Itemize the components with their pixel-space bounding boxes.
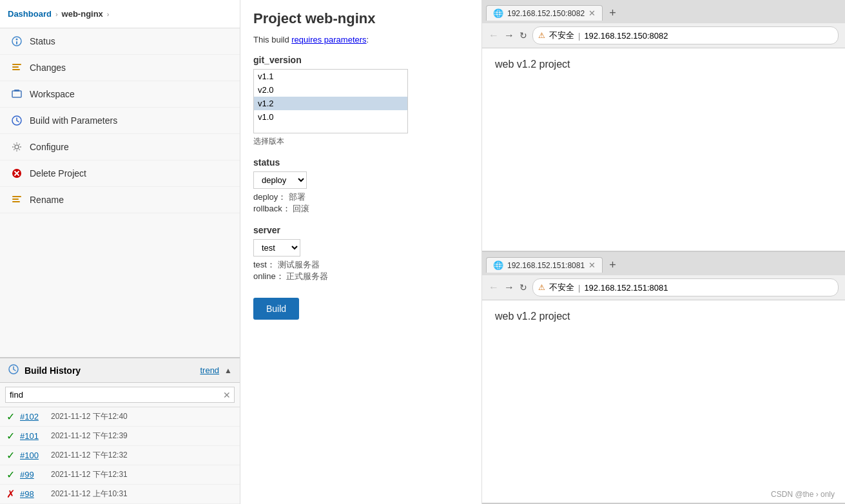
- build-requires-link[interactable]: requires parameters: [291, 35, 366, 44]
- build-item-98[interactable]: ✗ #98 2021-11-12 上午10:31: [0, 485, 240, 504]
- version-item-v1-2[interactable]: v1.2: [254, 97, 407, 110]
- test-hint-value: 测试服务器: [278, 260, 320, 269]
- build-item-99[interactable]: ✓ #99 2021-11-12 下午12:31: [0, 465, 240, 485]
- build-search-input[interactable]: [5, 387, 235, 403]
- build-history-icon: [8, 363, 19, 377]
- breadcrumb: Dashboard › web-nginx ›: [0, 0, 240, 28]
- deploy-hint-label: deploy：: [253, 192, 286, 202]
- version-item-v1-1[interactable]: v1.1: [254, 70, 407, 83]
- browser-window-2: 🌐 192.168.152.151:8081 ✕ + ← → ↻ ⚠ 不安全 |…: [482, 252, 845, 504]
- sidebar-item-build-with-parameters[interactable]: Build with Parameters: [0, 108, 240, 134]
- svg-point-1: [16, 39, 18, 41]
- browser-tab-bar-1: 🌐 192.168.152.150:8082 ✕ +: [482, 0, 845, 23]
- browser-tab-1[interactable]: 🌐 192.168.152.150:8082 ✕: [486, 5, 603, 21]
- version-item-v1-0[interactable]: v1.0: [254, 110, 407, 124]
- sidebar-item-configure[interactable]: Configure: [0, 134, 240, 160]
- forward-button-2[interactable]: →: [504, 282, 514, 293]
- refresh-button-2[interactable]: ↻: [520, 282, 527, 293]
- security-warning-text-2: 不安全: [549, 282, 574, 293]
- server-select-container: test online: [253, 239, 469, 257]
- browser-page-text-1: web v1.2 project: [495, 59, 570, 70]
- search-clear-button[interactable]: ✕: [223, 390, 231, 400]
- back-button-1[interactable]: ←: [489, 30, 499, 41]
- sidebar-item-build-label: Build with Parameters: [30, 115, 117, 126]
- new-tab-button-1[interactable]: +: [605, 6, 620, 20]
- git-version-label: git_version: [253, 55, 469, 65]
- close-tab-2[interactable]: ✕: [588, 260, 596, 270]
- sidebar-item-delete-project[interactable]: Delete Project: [0, 160, 240, 187]
- address-text-2: 192.168.152.151:8081: [584, 283, 668, 293]
- globe-icon-1: 🌐: [493, 8, 503, 18]
- breadcrumb-project: web-nginx: [62, 9, 103, 19]
- browser-page-text-2: web v1.2 project: [495, 311, 570, 322]
- build-time: 2021-11-12 下午12:32: [51, 450, 128, 461]
- build-requires-text-part1: This build: [253, 35, 291, 44]
- build-number[interactable]: #102: [20, 412, 46, 422]
- build-number[interactable]: #98: [20, 489, 46, 499]
- build-time: 2021-11-12 下午12:31: [51, 469, 128, 480]
- sidebar-item-workspace[interactable]: Workspace: [0, 81, 240, 108]
- sidebar-item-configure-label: Configure: [30, 142, 69, 152]
- build-time: 2021-11-12 下午12:39: [51, 431, 128, 441]
- git-version-section: git_version v1.1 v2.0 v1.2 v1.0 选择版本: [253, 55, 469, 147]
- browser-content-2: web v1.2 project: [482, 300, 845, 503]
- sidebar-item-status[interactable]: Status: [0, 28, 240, 55]
- breadcrumb-separator2: ›: [107, 10, 110, 18]
- watermark: CSDN @the › only: [771, 490, 835, 499]
- sidebar-nav: Status Changes Workspace Build with Para…: [0, 28, 240, 357]
- globe-icon-2: 🌐: [493, 260, 503, 270]
- close-tab-1[interactable]: ✕: [588, 8, 596, 18]
- server-select[interactable]: test online: [253, 239, 300, 257]
- forward-button-1[interactable]: →: [504, 30, 514, 41]
- collapse-button[interactable]: ▲: [224, 366, 232, 375]
- sidebar-item-workspace-label: Workspace: [30, 89, 75, 99]
- build-item-100[interactable]: ✓ #100 2021-11-12 下午12:32: [0, 446, 240, 465]
- status-select[interactable]: deploy rollback: [253, 171, 307, 189]
- delete-icon: [10, 167, 23, 180]
- rollback-hint-value: 回滚: [293, 204, 309, 213]
- build-number[interactable]: #100: [20, 451, 46, 460]
- back-button-2[interactable]: ←: [489, 282, 499, 293]
- build-status-success-icon: ✓: [6, 430, 15, 442]
- build-requires-params: This build requires parameters:: [253, 35, 469, 44]
- svg-rect-5: [12, 69, 20, 70]
- trend-link[interactable]: trend: [200, 365, 219, 375]
- project-title: Project web-nginx: [253, 10, 469, 27]
- browser-tab-2[interactable]: 🌐 192.168.152.151:8081 ✕: [486, 257, 603, 273]
- build-search-container: ✕: [0, 383, 240, 407]
- refresh-button-1[interactable]: ↻: [520, 30, 527, 41]
- build-status-success-icon: ✓: [6, 449, 15, 461]
- main-content: Project web-nginx This build requires pa…: [240, 0, 482, 504]
- status-select-container: deploy rollback: [253, 171, 469, 189]
- sidebar-item-rename[interactable]: Rename: [0, 187, 240, 213]
- new-tab-button-2[interactable]: +: [605, 258, 620, 272]
- version-item-v2-0[interactable]: v2.0: [254, 83, 407, 97]
- workspace-icon: [10, 88, 23, 101]
- git-version-list[interactable]: v1.1 v2.0 v1.2 v1.0: [253, 69, 408, 133]
- build-time: 2021-11-12 上午10:31: [51, 489, 128, 499]
- build-item-102[interactable]: ✓ #102 2021-11-12 下午12:40: [0, 407, 240, 427]
- build-item-101[interactable]: ✓ #101 2021-11-12 下午12:39: [0, 427, 240, 446]
- build-number[interactable]: #101: [20, 431, 46, 441]
- test-hint-label: test：: [253, 260, 275, 269]
- build-number[interactable]: #99: [20, 470, 46, 480]
- svg-rect-4: [12, 66, 19, 68]
- build-history-title: Build History: [24, 365, 195, 376]
- status-hints: deploy： 部署 rollback： 回滚: [253, 191, 469, 215]
- rename-icon: [10, 193, 23, 206]
- build-requires-text-part2: :: [367, 35, 369, 44]
- breadcrumb-separator1: ›: [55, 10, 58, 18]
- svg-rect-3: [12, 64, 21, 65]
- build-status-success-icon: ✓: [6, 469, 15, 481]
- svg-point-9: [15, 145, 19, 149]
- browser-address-bar-2: ← → ↻ ⚠ 不安全 | 192.168.152.151:8081: [482, 275, 845, 300]
- breadcrumb-dashboard[interactable]: Dashboard: [8, 9, 52, 19]
- sidebar-item-changes[interactable]: Changes: [0, 55, 240, 81]
- build-list: ✓ #102 2021-11-12 下午12:40 ✓ #101 2021-11…: [0, 407, 240, 504]
- address-bar-2[interactable]: ⚠ 不安全 | 192.168.152.151:8081: [532, 278, 839, 296]
- address-bar-1[interactable]: ⚠ 不安全 | 192.168.152.150:8082: [532, 26, 839, 44]
- svg-rect-7: [14, 90, 19, 92]
- svg-rect-2: [16, 41, 17, 44]
- status-label: status: [253, 157, 469, 168]
- build-button[interactable]: Build: [253, 298, 299, 320]
